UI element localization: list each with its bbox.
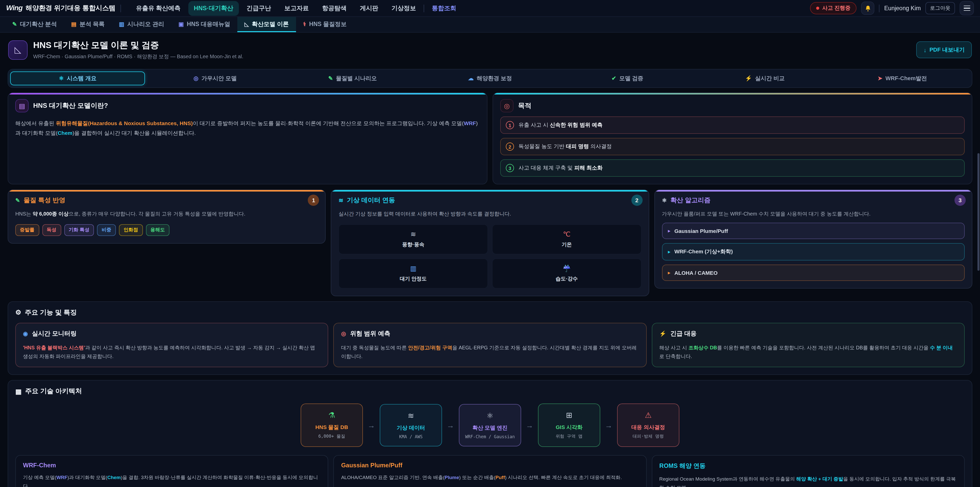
text-segment: ) 또는 순간 배출( (459, 475, 496, 481)
arrow-right-icon: → (447, 421, 454, 430)
nav-item-reports[interactable]: 보고자료 (279, 1, 314, 16)
nav-item-integrated-search[interactable]: 통합조회 (426, 1, 462, 16)
thermometer-icon: ℃ (496, 230, 637, 238)
divider (879, 4, 880, 12)
app-logo[interactable]: Wing 해양환경 위기대응 통합시스템 (6, 3, 116, 13)
main-menu: 유출유 확산예측 HNS·대기확산 긴급구난 보고자료 항공탐색 게시판 기상정… (130, 1, 805, 16)
item-number: 2 (506, 142, 514, 151)
tab-wrf-chem-evolution[interactable]: ➤ WRF-Chem발전 (835, 72, 970, 85)
scrollbar[interactable] (977, 153, 980, 271)
subtab-hns-substance-info[interactable]: ⚕ HNS 물질정보 (296, 17, 354, 32)
microscope-icon: ⚛ (59, 75, 64, 82)
puff-highlight: Puff (496, 475, 505, 481)
tab-label: 시스템 개요 (67, 75, 97, 82)
card-description: HNS는 약 6,000종 이상으로, 종류가 매우 다양합니다. 각 물질의 … (15, 209, 318, 218)
model-cards-row: WRF-Chem 기상 예측 모델(WRF)과 대기화학 모델(Chem)을 결… (15, 455, 965, 487)
target-icon: ◎ (341, 330, 346, 337)
nav-item-rescue[interactable]: 긴급구난 (241, 1, 277, 16)
purpose-card-title: 목적 (518, 101, 531, 110)
algo-item-aloha: ▸ ALOHA / CAMEO (662, 264, 965, 281)
feature-text: 해상 사고 시 조화상수 DB를 이용한 빠른 예측 기술을 포함합니다. 사전… (659, 343, 957, 361)
wrf-highlight: WRF (464, 120, 476, 126)
model-description: Regional Ocean Modeling System과 연동하여 해수면… (659, 475, 957, 487)
text-segment: Regional Ocean Modeling System과 연동하여 해수면… (659, 476, 796, 482)
tag-flashpoint: 인화점 (119, 224, 143, 236)
tag-vaporization: 기화 특성 (64, 224, 94, 236)
flow-box-model-engine: ⚛ 확산 모델 엔진 WRF-Chem / Gaussian (459, 404, 521, 447)
subtab-hns-manual[interactable]: ▣ HNS 대응매뉴얼 (171, 17, 237, 32)
tag-toxicity: 독성 (42, 224, 61, 236)
bolt-icon: ⚡ (659, 330, 666, 337)
architecture-section: ▦ 주요 기술 아키텍처 ⚗ HNS 물질 DB 6,000+ 물질 → ≋ 기… (8, 380, 972, 487)
architecture-flow: ⚗ HNS 물질 DB 6,000+ 물질 → ≋ 기상 데이터 KMA / A… (15, 404, 965, 447)
gear-icon: ⚙ (15, 308, 21, 316)
tab-substance-scenarios[interactable]: ✎ 물질별 시나리오 (285, 72, 420, 85)
flow-title: HNS 물질 DB (305, 424, 358, 431)
features-title: 주요 기능 및 특징 (25, 308, 77, 317)
weather-box-stability: ▥ 대기 안정도 (339, 258, 488, 288)
dna-icon: ⚕ (303, 21, 306, 27)
purpose-item-text: 사고 대응 체계 구축 및 피해 최소화 (519, 164, 603, 172)
subtab-analysis-list[interactable]: ▤ 분석 목록 (64, 17, 112, 32)
card-number-badge: 2 (631, 195, 642, 206)
card-title-row: ✎ 물질 특성 반영 (15, 196, 318, 205)
card-title: 기상 데이터 연동 (347, 196, 395, 205)
subtab-model-theory[interactable]: ◺ 확산모델 이론 (237, 17, 296, 32)
text-segment: 이 대기로 증발하여 퍼지는 농도를 물리·화학적 이론에 기반해 전산으로 모… (192, 120, 464, 126)
tab-realtime-comparison[interactable]: ⚡ 실시간 비교 (697, 72, 832, 85)
nav-item-oil-spill[interactable]: 유출유 확산예측 (130, 1, 186, 16)
nav-item-board[interactable]: 게시판 (354, 1, 384, 16)
feature-title: 실시간 모니터링 (32, 329, 76, 338)
model-title: Gaussian Plume/Puff (341, 462, 639, 469)
diffusion-algorithm-card: 3 ⚛ 확산 알고리즘 가우시안 플룸/퍼프 모델 또는 WRF-Chem 수치… (654, 190, 972, 288)
subtab-label: 대기확산 분석 (20, 20, 57, 28)
model-title: WRF-Chem (23, 462, 321, 469)
tab-gaussian-model[interactable]: ◎ 가우시안 모델 (148, 72, 283, 85)
subtab-diffusion-analysis[interactable]: ✎ 대기확산 분석 (5, 17, 64, 32)
page-title-block: HNS 대기확산 모델 이론 및 검증 WRF-Chem · Gaussian … (33, 39, 243, 60)
nav-item-weather[interactable]: 기상정보 (386, 1, 422, 16)
purpose-item-2: 2 독성물질 농도 기반 대피 명령 의사결정 (500, 138, 965, 155)
tab-label: 물질별 시나리오 (336, 75, 377, 82)
intro-card-title: HNS 대기확산 모델이란? (33, 101, 108, 110)
weather-data-card: 2 ≋ 기상 데이터 연동 실시간 기상 정보를 입력 데이터로 사용하여 확산… (331, 190, 649, 296)
app-root: Wing 해양환경 위기대응 통합시스템 유출유 확산예측 HNS·대기확산 긴… (0, 0, 980, 487)
tag-solubility: 용해도 (146, 224, 169, 236)
plume-highlight: Plume (445, 475, 459, 481)
flow-title: 대응 의사결정 (622, 424, 675, 431)
pencil-icon: ✎ (328, 75, 333, 82)
weather-box-wind: ≋ 풍향·풍속 (339, 224, 488, 254)
divider (424, 4, 424, 12)
logout-button[interactable]: 로그아웃 (925, 2, 955, 14)
card-title: 확산 알고리즘 (670, 196, 711, 205)
tab-ocean-correction[interactable]: ☁ 해양환경 보정 (423, 72, 558, 85)
feature-text: 'HNS 유출 블랙박스 시스템'과 같이 사고 즉시 확산 방향과 농도를 예… (23, 343, 321, 361)
tab-system-overview[interactable]: ⚛ 시스템 개요 (10, 72, 145, 85)
card-description: 실시간 기상 정보를 입력 데이터로 사용하여 확산 방향과 속도를 결정합니다… (339, 209, 641, 218)
testtube-icon: ⚗ (305, 411, 358, 420)
model-title: ROMS 해양 연동 (659, 462, 957, 471)
flow-box-decision: ⚠ 대응 의사결정 대피·방제 명령 (617, 404, 679, 447)
nav-item-aerial-search[interactable]: 항공탐색 (317, 1, 352, 16)
hamburger-menu-button[interactable] (959, 1, 974, 15)
incident-status-badge[interactable]: 사고 진행중 (810, 2, 857, 14)
top-navbar: Wing 해양환경 위기대응 통합시스템 유출유 확산예측 HNS·대기확산 긴… (0, 0, 980, 17)
text-segment: 해상에서 유출된 (15, 120, 56, 126)
tab-model-validation[interactable]: ✔ 모델 검증 (560, 72, 695, 85)
subtab-scenario-management[interactable]: ▥ 시나리오 관리 (112, 17, 171, 32)
purpose-item-text: 독성물질 농도 기반 대피 명령 의사결정 (519, 143, 612, 150)
subtab-label: 확산모델 이론 (252, 20, 289, 28)
subtab-label: 분석 목록 (80, 20, 105, 28)
feature-title: 긴급 대응 (670, 329, 697, 338)
nav-item-hns-diffusion[interactable]: HNS·대기확산 (188, 1, 239, 16)
weather-label: 풍향·풍속 (343, 241, 484, 248)
notification-button[interactable] (861, 2, 875, 15)
text-segment: 대기 중 독성물질 농도에 따른 (341, 345, 408, 350)
flow-subtitle: KMA / AWS (384, 434, 438, 439)
pdf-export-button[interactable]: ↓ PDF 내보내기 (916, 42, 972, 58)
wind-icon: ≋ (339, 197, 343, 204)
page-icon-box: ◺ (8, 40, 27, 59)
microscope-icon: ⚛ (662, 197, 667, 204)
pdf-export-label: PDF 내보내기 (929, 46, 965, 54)
flow-box-gis: ⊞ GIS 시각화 위험 구역 맵 (538, 404, 600, 447)
